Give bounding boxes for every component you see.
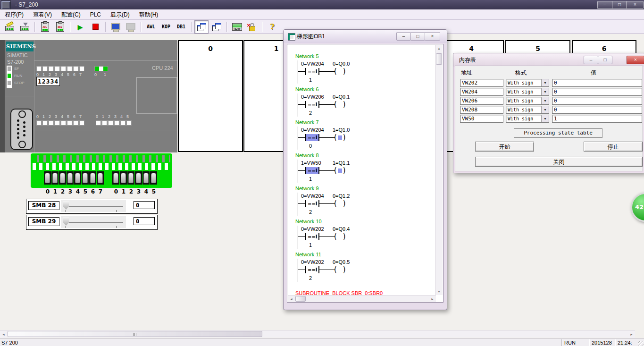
output-coil[interactable]: () [334,232,346,241]
ladder-editor[interactable]: Network 5 0=VW204 0=Q0.0 ==I 1 () Networ… [287,44,443,303]
menu-help[interactable]: 帮助(H) [134,10,163,19]
format-select[interactable]: With sign ▼ [506,106,549,114]
address-field[interactable]: VW208 [460,106,503,114]
close-button[interactable]: × [627,56,644,64]
input-switch[interactable] [74,171,81,185]
scroll-down-icon[interactable]: ▼ [435,288,443,295]
close-button[interactable]: × [425,32,440,41]
start-button[interactable]: 开始 [475,142,534,152]
menu-program[interactable]: 程序(P) [0,10,28,19]
scroll-right-icon[interactable]: ► [429,295,436,303]
minimize-button[interactable]: – [597,1,612,9]
scroll-up-icon[interactable]: ▲ [435,45,443,52]
workspace-horizontal-scrollbar[interactable]: ◄ ► [0,330,635,338]
compare-contact[interactable]: ==I [305,101,319,108]
value-field[interactable]: 0 [552,106,642,114]
output-coil[interactable]: () [334,100,346,109]
vertical-scrollbar[interactable]: ▲ ▼ [435,45,443,295]
format-select[interactable]: With sign ▼ [506,88,549,96]
load-awl-button[interactable]: AWL [38,20,52,34]
address-field[interactable]: VW50 [460,115,503,123]
input-switch[interactable] [135,171,142,185]
scrollbar-thumb[interactable] [436,53,442,65]
dropdown-icon[interactable]: ▼ [541,106,549,113]
output-coil[interactable]: () [334,199,346,208]
output-coil[interactable]: () [334,133,346,142]
dropdown-icon[interactable]: ▼ [541,97,549,104]
compare-contact[interactable]: ==I [305,68,319,75]
download-plc-button[interactable] [17,20,32,34]
menu-config[interactable]: 配置(C) [57,10,85,19]
value-field[interactable]: 0 [552,79,642,87]
dropdown-icon[interactable]: ▼ [541,88,549,95]
menu-view[interactable]: 查看(V) [28,10,57,19]
input-switch[interactable] [89,171,96,185]
monitor-on-button[interactable] [109,20,123,34]
menu-display[interactable]: 显示(D) [106,10,134,19]
smb28-slider[interactable] [61,200,126,212]
scrollbar-thumb[interactable] [8,331,262,337]
maximize-button[interactable]: □ [598,56,612,64]
compare-contact[interactable]: ==I [305,167,319,174]
password-button[interactable]: × [245,20,259,34]
compare-contact[interactable]: ==I [305,200,319,207]
address-field[interactable]: VW202 [460,79,503,87]
compare-contact[interactable]: ==I [305,233,319,240]
kop-view-button[interactable]: KOP [159,21,174,33]
compare-contact[interactable]: ==I [305,266,319,273]
minimize-button[interactable]: – [584,56,598,64]
value-field[interactable]: 0 [552,88,642,96]
scroll-right-icon[interactable]: ► [628,331,635,338]
format-select[interactable]: With sign ▼ [506,115,549,123]
help-button[interactable]: ? [265,20,279,34]
input-switch[interactable] [44,171,51,185]
smb29-slider[interactable] [61,216,126,228]
slider-handle[interactable] [63,201,69,210]
menu-plc[interactable]: PLC [85,10,106,19]
dropdown-icon[interactable]: ▼ [541,115,549,122]
input-switch[interactable] [67,171,74,185]
minimize-button[interactable]: – [396,32,411,41]
scrollbar-thumb[interactable] [295,296,306,302]
stop-button[interactable]: 停止 [584,142,643,152]
close-button[interactable]: × [627,1,644,9]
input-switch[interactable] [97,171,104,185]
format-select[interactable]: With sign ▼ [506,79,549,87]
config-plc-button[interactable] [2,20,17,34]
dropdown-icon[interactable]: ▼ [541,79,549,86]
cascade-windows-button[interactable] [194,20,209,34]
stop-button[interactable] [88,20,102,34]
input-switch[interactable] [120,171,127,185]
ladder-window-titlebar[interactable]: 梯形图OB1 – □ × [284,30,447,43]
db1-view-button[interactable]: DB1 [174,21,189,33]
horizontal-scrollbar[interactable]: ◄ ► [288,295,436,303]
output-coil[interactable]: () [334,265,346,274]
input-switch[interactable] [112,171,119,185]
input-switch[interactable] [82,171,89,185]
monitor-off-button[interactable] [124,20,138,34]
recorder-badge[interactable]: 42 [631,193,644,222]
scroll-left-icon[interactable]: ◄ [288,295,295,303]
awl-view-button[interactable]: AWL [143,21,159,33]
value-field[interactable]: 1 [552,115,642,123]
memory-window-titlebar[interactable]: 内存表 – □ × [453,53,644,67]
maximize-button[interactable]: □ [410,32,425,41]
resize-grip[interactable] [638,341,644,346]
arrange-windows-button[interactable] [209,20,224,34]
address-field[interactable]: VW204 [460,88,503,96]
value-field[interactable]: 0 [552,97,642,105]
slider-handle[interactable] [63,217,69,226]
input-switch[interactable] [127,171,134,185]
input-switch[interactable] [150,171,157,185]
close-table-button[interactable]: 关闭 [475,157,643,167]
input-switch[interactable] [51,171,59,185]
app-icon[interactable] [1,0,11,9]
address-field[interactable]: VW206 [460,97,503,105]
input-switch[interactable] [142,171,150,185]
run-button[interactable]: ▶ [73,20,87,34]
maximize-button[interactable]: □ [612,1,627,9]
input-switch[interactable] [59,171,66,185]
load-db1-button[interactable]: DB1 [53,20,67,34]
output-coil[interactable]: () [334,166,346,175]
format-select[interactable]: With sign ▼ [506,97,549,105]
